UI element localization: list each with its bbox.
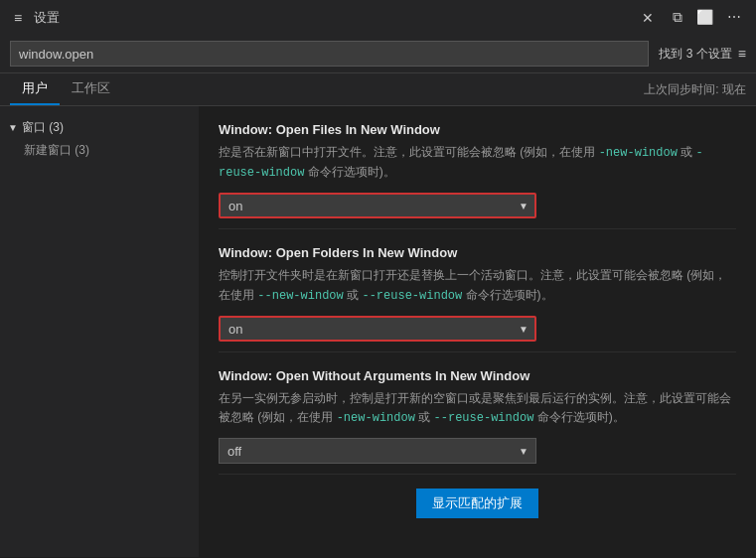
button-bar: 显示匹配的扩展 [219, 475, 736, 522]
search-result-count: 找到 3 个设置 [659, 46, 731, 63]
tabs-bar: 用户 工作区 上次同步时间: 现在 [0, 73, 756, 106]
setting-desc-open-files: 控是否在新窗口中打开文件。注意，此设置可能会被忽略 (例如，在使用 -new-w… [219, 143, 736, 183]
code-new-window-1: -new-window [599, 146, 678, 160]
filter-icon[interactable]: ≡ [738, 46, 746, 62]
search-input-wrapper [10, 41, 649, 67]
title-bar-actions: ⧉ ⬜ ⋯ [668, 7, 746, 28]
sync-status: 上次同步时间: 现在 [644, 81, 746, 98]
select-wrapper-open-folders: on off default ▼ [219, 316, 536, 342]
settings-icon: ≡ [10, 10, 26, 26]
select-wrapper-open-without-args: on off default ▼ [219, 438, 536, 464]
sidebar: ▼ 窗口 (3) 新建窗口 (3) [0, 106, 199, 557]
setting-open-without-args: Window: Open Without Arguments In New Wi… [219, 352, 736, 475]
code-new-window-2: --new-window [257, 289, 343, 303]
sidebar-group-window: ▼ 窗口 (3) 新建窗口 (3) [0, 116, 199, 162]
sidebar-item-new-window[interactable]: 新建窗口 (3) [0, 139, 199, 162]
chevron-down-icon: ▼ [8, 122, 18, 133]
select-open-files[interactable]: on off default [219, 193, 536, 218]
setting-open-files: Window: Open Files In New Window 控是否在新窗口… [219, 106, 736, 229]
code-reuse-window-3: --reuse-window [434, 411, 534, 425]
title-bar-title: 设置 [34, 9, 628, 27]
code-new-window-3: -new-window [337, 411, 415, 425]
sidebar-group-label: 窗口 (3) [22, 119, 64, 136]
setting-desc-open-folders: 控制打开文件夹时是在新窗口打开还是替换上一个活动窗口。注意，此设置可能会被忽略 … [219, 266, 736, 305]
select-open-without-args[interactable]: on off default [219, 438, 536, 464]
select-open-folders[interactable]: on off default [219, 316, 536, 342]
main-content: ▼ 窗口 (3) 新建窗口 (3) Window: Open Files In … [0, 106, 756, 557]
more-actions-icon[interactable]: ⋯ [722, 7, 746, 28]
setting-desc-open-without-args: 在另一实例无参启动时，控制是打开新的空窗口或是聚焦到最后运行的实例。注意，此设置… [219, 389, 736, 428]
tabs-list: 用户 工作区 [10, 73, 122, 105]
setting-open-folders: Window: Open Folders In New Window 控制打开文… [219, 229, 736, 351]
settings-panel: Window: Open Files In New Window 控是否在新窗口… [199, 106, 756, 557]
search-input[interactable] [19, 47, 640, 62]
code-reuse-window-2: --reuse-window [362, 289, 462, 303]
close-tab-button[interactable]: ✕ [636, 8, 660, 28]
tab-workspace[interactable]: 工作区 [60, 73, 122, 105]
setting-title-open-files: Window: Open Files In New Window [219, 122, 736, 137]
tab-user[interactable]: 用户 [10, 73, 60, 105]
search-bar: 找到 3 个设置 ≡ [0, 35, 756, 73]
setting-title-open-folders: Window: Open Folders In New Window [219, 245, 736, 260]
open-editor-icon[interactable]: ⧉ [668, 7, 687, 28]
sidebar-group-header-window[interactable]: ▼ 窗口 (3) [0, 116, 199, 139]
show-extensions-button[interactable]: 显示匹配的扩展 [416, 488, 538, 518]
split-editor-icon[interactable]: ⬜ [691, 7, 718, 28]
setting-title-open-without-args: Window: Open Without Arguments In New Wi… [219, 368, 736, 383]
select-wrapper-open-files: on off default ▼ [219, 193, 536, 218]
title-bar: ≡ 设置 ✕ ⧉ ⬜ ⋯ [0, 0, 756, 35]
